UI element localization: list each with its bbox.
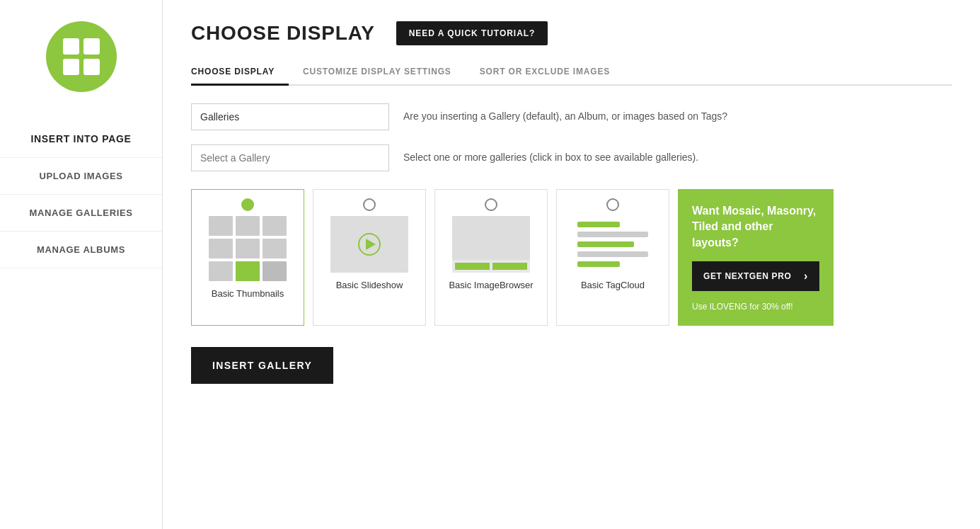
sidebar-item-manage-galleries[interactable]: MANAGE GALLERIES (0, 195, 162, 232)
label-basic-tagcloud: Basic TagCloud (581, 280, 645, 290)
radio-basic-thumbnails (241, 198, 254, 211)
display-card-basic-slideshow[interactable]: Basic Slideshow (313, 189, 426, 326)
thumb-7 (209, 261, 233, 281)
display-options: Basic Thumbnails Basic Slideshow (191, 189, 952, 326)
get-nextgen-pro-button[interactable]: GET NEXTGEN PRO › (692, 261, 819, 291)
display-card-basic-imagebrowser[interactable]: Basic ImageBrowser (434, 189, 548, 326)
pro-card: Want Mosaic, Masonry, Tiled and other la… (678, 189, 834, 326)
get-pro-label: GET NEXTGEN PRO (703, 271, 791, 281)
img-cell-1 (455, 263, 490, 270)
imagebrowser-preview (452, 216, 530, 273)
tabs: CHOOSE DISPLAY CUSTOMIZE DISPLAY SETTING… (191, 59, 952, 86)
sidebar-nav: INSERT INTO PAGE UPLOAD IMAGES MANAGE GA… (0, 120, 162, 268)
slideshow-preview (330, 216, 408, 273)
gallery-search-description: Select one or more galleries (click in b… (403, 144, 698, 163)
display-card-basic-tagcloud[interactable]: Basic TagCloud (556, 189, 669, 326)
radio-basic-tagcloud (606, 198, 619, 211)
display-card-basic-thumbnails[interactable]: Basic Thumbnails (191, 189, 304, 326)
play-triangle (366, 239, 376, 250)
logo-grid (63, 38, 100, 75)
play-icon (358, 233, 381, 256)
gallery-type-select[interactable]: Galleries Albums Tags (191, 103, 389, 130)
thumb-8 (236, 261, 260, 281)
thumb-9 (263, 261, 287, 281)
sidebar-item-manage-albums[interactable]: MANAGE ALBUMS (0, 232, 162, 268)
gallery-type-description: Are you inserting a Gallery (default), a… (403, 103, 727, 122)
label-basic-imagebrowser: Basic ImageBrowser (449, 280, 533, 290)
label-basic-slideshow: Basic Slideshow (336, 280, 403, 290)
gallery-search-row: Select one or more galleries (click in b… (191, 144, 952, 171)
thumb-2 (236, 216, 260, 236)
tutorial-button[interactable]: NEED A QUICK TUTORIAL? (396, 21, 548, 45)
pro-card-title: Want Mosaic, Masonry, Tiled and other la… (692, 203, 819, 251)
tab-sort-exclude[interactable]: SORT OR EXCLUDE IMAGES (480, 59, 625, 86)
main-content: CHOOSE DISPLAY NEED A QUICK TUTORIAL? CH… (163, 0, 980, 529)
tag-line-5 (577, 261, 620, 267)
label-basic-thumbnails: Basic Thumbnails (212, 288, 284, 299)
thumb-6 (263, 239, 287, 258)
sidebar-item-upload-images[interactable]: UPLOAD IMAGES (0, 158, 162, 195)
logo-cell-3 (63, 59, 79, 75)
logo-cell-1 (63, 38, 79, 55)
thumbnails-preview (209, 216, 287, 281)
promo-text: Use ILOVENG for 30% off! (692, 302, 819, 312)
logo-circle (46, 21, 117, 92)
tag-line-1 (577, 222, 620, 227)
radio-basic-imagebrowser (485, 198, 497, 211)
sidebar-item-insert-into-page[interactable]: INSERT INTO PAGE (0, 120, 162, 158)
radio-basic-slideshow (363, 198, 376, 211)
sidebar: INSERT INTO PAGE UPLOAD IMAGES MANAGE GA… (0, 0, 163, 529)
page-title: CHOOSE DISPLAY (191, 22, 375, 45)
gallery-search-input[interactable] (191, 144, 389, 171)
imagebrowser-bottom-bar (452, 260, 530, 273)
tagcloud-preview (574, 216, 652, 273)
tag-line-3 (577, 241, 634, 247)
thumb-1 (209, 216, 233, 236)
page-header: CHOOSE DISPLAY NEED A QUICK TUTORIAL? (191, 21, 952, 45)
thumb-4 (209, 239, 233, 258)
thumb-3 (263, 216, 287, 236)
gallery-type-row: Galleries Albums Tags Are you inserting … (191, 103, 952, 130)
insert-gallery-button[interactable]: INSERT GALLERY (191, 347, 333, 384)
logo-cell-4 (83, 59, 100, 75)
thumb-5 (236, 239, 260, 258)
logo-cell-2 (83, 38, 100, 55)
tag-line-4 (577, 251, 648, 257)
img-cell-2 (492, 263, 527, 270)
logo (46, 21, 117, 92)
chevron-right-icon: › (804, 270, 808, 283)
tag-line-2 (577, 232, 648, 237)
tab-customize-display[interactable]: CUSTOMIZE DISPLAY SETTINGS (303, 59, 466, 86)
tab-choose-display[interactable]: CHOOSE DISPLAY (191, 59, 289, 86)
